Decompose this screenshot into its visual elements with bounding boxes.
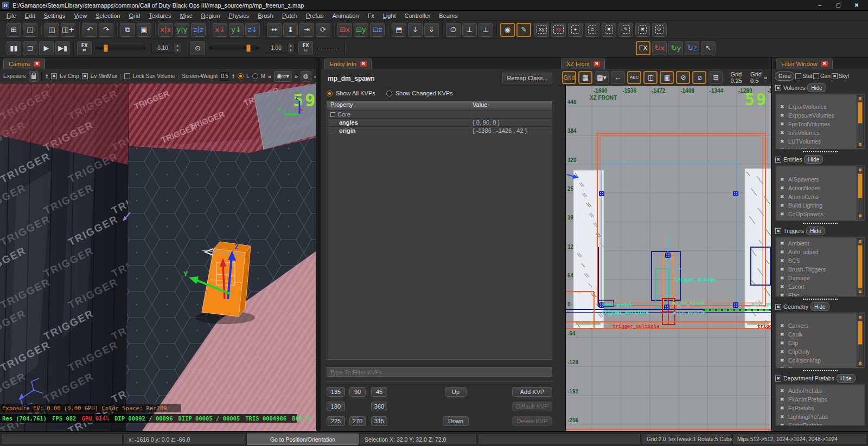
grid-add-icon[interactable]: ◫ xyxy=(643,71,658,84)
diagonal-icon[interactable]: ⧄ xyxy=(692,71,706,84)
deselect-all-icon[interactable]: ✖ xyxy=(602,23,616,37)
filter-item[interactable]: ✖Carvers xyxy=(776,321,865,330)
select-box-icon[interactable]: ✖ xyxy=(635,23,650,37)
more-chevron-2[interactable]: » xyxy=(295,73,298,80)
tab-entity-info[interactable]: Entity Info ✖ xyxy=(324,59,372,69)
angle-button-180[interactable]: 180 xyxy=(327,402,345,411)
filter-item[interactable]: ✖AmmoItems xyxy=(776,192,865,201)
deselect-xy-icon[interactable]: xy xyxy=(551,23,566,37)
expand-icon[interactable]: ⊞ xyxy=(709,71,723,84)
filter-item[interactable]: ✖Flag xyxy=(776,291,865,297)
add-kvp-button[interactable]: Add KVP xyxy=(512,387,552,397)
filter-item[interactable]: ✖Curve xyxy=(776,365,865,369)
drop-z-icon[interactable]: z↓ xyxy=(245,23,260,37)
lock-z-icon[interactable]: ⊡z xyxy=(370,23,385,37)
select-grow-icon[interactable]: ▫ xyxy=(585,23,599,37)
property-column-header[interactable]: Property xyxy=(327,101,469,110)
filter-item[interactable]: ✖Damage xyxy=(776,274,865,282)
menu-light[interactable]: Light xyxy=(379,12,400,20)
entities-hide-button[interactable]: Hide xyxy=(804,155,823,164)
filter-item[interactable]: ✖Caulk xyxy=(776,330,865,339)
remap-class-button[interactable]: Remap Class... xyxy=(502,73,552,83)
save-as-icon[interactable]: ◫+ xyxy=(61,23,75,37)
filter-header-checkbox-gan[interactable] xyxy=(813,73,819,79)
filter-item[interactable]: ✖CoOpSpawns xyxy=(776,210,865,218)
kvp-row-angles[interactable]: ···angles{ 0, 90, 0 } xyxy=(327,118,552,126)
flip-z-icon[interactable]: z|z xyxy=(191,23,206,37)
section-resize-handle[interactable] xyxy=(773,369,868,373)
group-filter-button[interactable]: Grou xyxy=(775,72,794,81)
splitter-camera-entity[interactable] xyxy=(316,57,321,431)
rotate-x-icon[interactable]: ↻x xyxy=(652,41,667,55)
copy-icon[interactable]: ⧉ xyxy=(120,23,135,37)
scale-spinner[interactable]: 1.00▲▼ xyxy=(265,43,295,53)
drop-x-icon[interactable]: x↓ xyxy=(213,23,227,37)
select-paint-icon[interactable]: ✎ xyxy=(618,23,633,37)
screen-weight-spinner[interactable]: ▲▼ xyxy=(232,74,235,79)
filter-item[interactable]: ✖ScriptPrefabs xyxy=(776,421,865,426)
rotate-y-icon[interactable]: ↻y xyxy=(668,41,683,55)
filter-item[interactable]: ✖BCS xyxy=(776,256,865,265)
layout-icon[interactable]: ▣ xyxy=(660,71,674,84)
open-map-icon[interactable]: ◳ xyxy=(23,23,37,37)
new-map-icon[interactable]: ⊞ xyxy=(7,23,21,37)
scale-slider[interactable] xyxy=(209,47,259,49)
fit-height-icon[interactable]: ↨ xyxy=(283,23,298,37)
filter-item[interactable]: ✖ExposureVolumes xyxy=(776,111,865,120)
menu-settings[interactable]: Settings xyxy=(40,12,70,20)
speed-slider[interactable] xyxy=(95,47,145,49)
filter-item[interactable]: ✖FxPrefabs xyxy=(776,404,865,412)
kvp-up-button[interactable]: Up xyxy=(445,387,467,397)
angle-button-360[interactable]: 360 xyxy=(371,402,387,411)
menu-file[interactable]: File xyxy=(2,12,21,20)
free-rotate-icon[interactable]: ⟳ xyxy=(316,23,330,37)
stop-button[interactable]: ◻ xyxy=(23,41,37,55)
rotate-z-icon[interactable]: ↻z xyxy=(685,41,699,55)
pause-button[interactable]: ▮▮ xyxy=(7,41,21,55)
filter-item[interactable]: ✖Brush-Triggers xyxy=(776,265,865,274)
minimize-button[interactable]: – xyxy=(810,1,829,10)
fit-width-icon[interactable]: ↔ xyxy=(611,71,625,84)
display-mode-icon[interactable]: ⬒ xyxy=(392,23,406,37)
selection-handle[interactable] xyxy=(599,191,604,196)
undo-icon[interactable]: ↶ xyxy=(82,23,97,37)
filter-item[interactable]: ✖LightClipVolumes xyxy=(776,146,865,150)
select-center-icon[interactable]: + xyxy=(568,23,583,37)
stamp-alt-icon[interactable]: ⊥ xyxy=(478,23,493,37)
xz-viewport[interactable]: -1600-1536-1472-1408-1344-1280-121644838… xyxy=(565,86,770,431)
filter-tab-close-icon[interactable]: ✖ xyxy=(821,61,828,67)
time-icon[interactable]: ⊙ xyxy=(190,41,205,55)
triggers-hide-button[interactable]: Hide xyxy=(806,227,825,235)
exposure-spinner[interactable]: ▲▼ xyxy=(45,74,48,79)
kvp-table-empty-area[interactable] xyxy=(327,134,552,359)
entities-scrollbar[interactable] xyxy=(857,166,864,219)
grid-toggle-button[interactable]: Grid xyxy=(562,71,576,84)
tab-xz-front[interactable]: XZ Front ✖ xyxy=(561,59,605,69)
filter-item[interactable]: ✖InfoVolumes xyxy=(776,128,865,137)
camera-viewport[interactable]: TRIGGERTRIGGERTRIGGERTRIGGERTRIGGERTRIGG… xyxy=(0,83,316,431)
lock-sun-volume-checkbox[interactable] xyxy=(124,73,130,79)
section-resize-handle[interactable] xyxy=(773,150,868,154)
menu-textures[interactable]: Textures xyxy=(144,12,176,20)
grid-view-icon[interactable]: ▦ xyxy=(578,71,592,84)
mesh-mode-icon[interactable]: ◍ xyxy=(301,71,311,82)
menu-physics[interactable]: Physics xyxy=(224,12,253,20)
filter-item[interactable]: ✖LightingPrefabs xyxy=(776,412,865,421)
redo-icon[interactable]: ↷ xyxy=(99,23,113,37)
filter-item[interactable]: ✖Build Lighting xyxy=(776,201,865,210)
paste-icon[interactable]: ▣ xyxy=(137,23,151,37)
default-kvp-button[interactable]: Default KVP xyxy=(512,402,552,411)
menu-view[interactable]: View xyxy=(69,12,91,20)
filter-triggers-checkbox[interactable]: ✖ xyxy=(775,228,781,234)
fx-player-icon[interactable]: FX xyxy=(636,41,650,55)
select-xy-icon[interactable]: xy xyxy=(534,23,549,37)
filter-item[interactable]: ✖ClipOnly xyxy=(776,347,865,356)
filter-item[interactable]: ✖ExportVolumes xyxy=(776,102,865,111)
drop-y-icon[interactable]: y↓ xyxy=(229,23,244,37)
show-changed-kvps-radio[interactable] xyxy=(386,91,392,96)
filter-department-prefabs-checkbox[interactable]: ✖ xyxy=(775,376,781,382)
kvp-row-origin[interactable]: ···origin{ -1386 , -1426 , 42 } xyxy=(327,126,552,134)
filter-item[interactable]: ✖ActionNodes xyxy=(776,184,865,192)
triggers-scrollbar[interactable] xyxy=(857,238,864,295)
radio-m[interactable] xyxy=(252,73,258,79)
